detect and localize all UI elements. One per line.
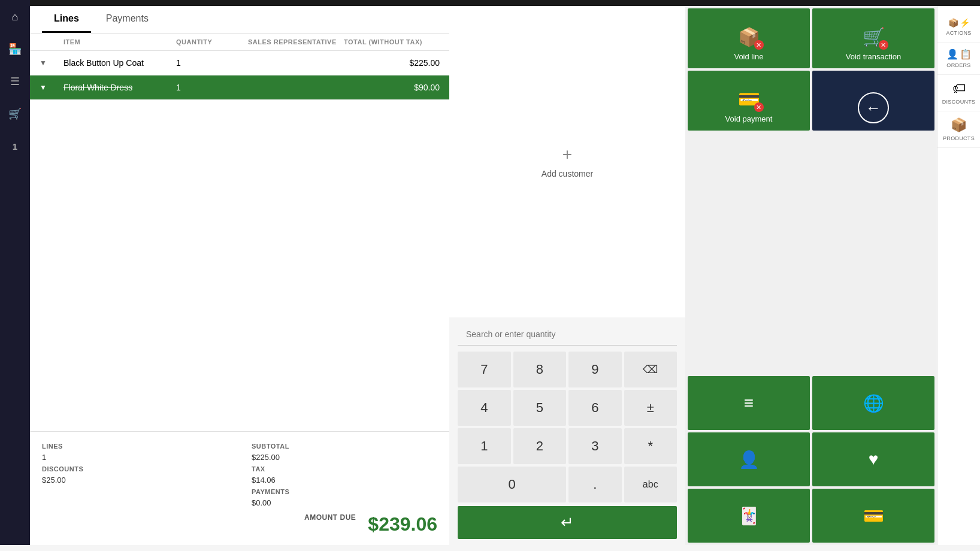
row-total: $90.00 — [344, 83, 440, 92]
numpad-9[interactable]: 9 — [568, 352, 622, 387]
tax-value: $14.06 — [252, 476, 276, 485]
void-payment-tile[interactable]: 💳 ✕ Void payment — [688, 71, 810, 131]
list-icon: 📋 — [960, 49, 972, 60]
lines-value: 1 — [42, 453, 46, 462]
payments-label: PAYMENTS — [252, 488, 289, 495]
sidebar-item-products[interactable]: 📦 PRODUCTS — [937, 111, 980, 148]
top-spacer — [937, 6, 980, 12]
lines-label: LINES — [42, 443, 63, 450]
sidebar-item-menu[interactable]: ☰ — [4, 71, 26, 92]
void-transaction-tile[interactable]: 🛒 ✕ Void transaction — [812, 8, 934, 68]
person-orders-icon: 👤 — [946, 49, 958, 60]
discounts-value: $25.00 — [42, 476, 66, 485]
numpad-4[interactable]: 4 — [458, 390, 511, 426]
numpad-area: 7 8 9 ⌫ 4 5 6 ± 1 2 3 * 0 . a — [449, 317, 685, 545]
discounts-label: DISCOUNTS — [42, 465, 83, 473]
spacer — [685, 133, 937, 374]
numpad-5[interactable]: 5 — [513, 390, 567, 426]
numpad: 7 8 9 ⌫ 4 5 6 ± 1 2 3 * 0 . a — [458, 352, 677, 539]
globe-icon: 🌐 — [863, 393, 884, 413]
sidebar-item-orders[interactable]: 👤 📋 ORDERS — [937, 43, 980, 75]
bottom-action-tiles: ≡ 🌐 👤 ♥ 🃏 💳 — [685, 374, 937, 545]
x-badge-icon2: ✕ — [879, 40, 888, 50]
void-line-tile[interactable]: 📦 ✕ Void line — [688, 8, 810, 68]
numpad-2[interactable]: 2 — [513, 428, 567, 464]
sidebar-item-shop[interactable]: 🏪 — [4, 38, 26, 60]
sidebar-item-home[interactable]: ⌂ — [4, 6, 26, 28]
action-section: 📦 ✕ Void line 🛒 ✕ Void transaction — [685, 6, 937, 545]
box-small-icon: 📦 — [948, 18, 958, 28]
left-panel: Lines Payments ITEM QUANTITY SALES REPRE… — [30, 0, 449, 545]
sidebar-item-cart[interactable]: 🛒 — [4, 103, 26, 125]
percent-tag-icon: 🏷 — [952, 81, 966, 96]
products-icon: 📦 — [951, 117, 967, 133]
discounts-icon: 🏷 — [952, 81, 966, 96]
subtotal-value: $225.00 — [252, 453, 280, 462]
creditcard-icon: 💳 — [863, 506, 884, 526]
numpad-enter[interactable]: ↵ — [458, 506, 677, 539]
void-tiles-grid: 📦 ✕ Void line 🛒 ✕ Void transaction — [685, 6, 937, 133]
x-badge-icon3: ✕ — [754, 102, 764, 112]
numpad-0[interactable]: 0 — [458, 467, 566, 502]
col-sales-rep: SALES REPRESENTATIVE — [248, 38, 344, 46]
numpad-dot[interactable]: . — [568, 467, 622, 502]
row-chevron: ▼ — [40, 83, 63, 92]
col-item: ITEM — [63, 38, 176, 46]
row-item-name: Black Button Up Coat — [63, 58, 176, 68]
back-tile[interactable]: ← — [812, 71, 934, 131]
col-expand — [40, 38, 63, 46]
tabs-area: Lines Payments — [30, 6, 449, 34]
sidebar-item-number[interactable]: 1 — [4, 135, 26, 157]
void-payment-icon: 💳 ✕ — [738, 89, 760, 110]
order-table: ITEM QUANTITY SALES REPRESENTATIVE TOTAL… — [30, 34, 449, 431]
payments-value: $0.00 — [252, 498, 271, 507]
discounts-label: DISCOUNTS — [942, 99, 976, 105]
sidebar-item-actions[interactable]: 📦 ⚡ ACTIONS — [937, 12, 980, 43]
table-row[interactable]: ▼ Floral White Dress 1 $90.00 — [30, 75, 449, 100]
void-line-label: Void line — [734, 52, 763, 61]
numpad-abc[interactable]: abc — [624, 467, 677, 502]
left-nav-sidebar: ⌂ 🏪 ☰ 🛒 1 — [0, 0, 30, 545]
orders-label: ORDERS — [946, 62, 970, 68]
tile-heart[interactable]: ♥ — [812, 432, 934, 486]
add-customer-button[interactable]: + Add customer — [542, 145, 593, 178]
tab-lines[interactable]: Lines — [42, 6, 91, 33]
table-row[interactable]: ▼ Black Button Up Coat 1 $225.00 — [30, 51, 449, 75]
tile-person[interactable]: 👤 — [688, 432, 810, 486]
row-total: $225.00 — [344, 58, 440, 68]
search-quantity-input[interactable] — [458, 323, 677, 346]
x-badge-icon: ✕ — [754, 40, 764, 50]
cards-icon: 🃏 — [739, 506, 760, 526]
tile-cards[interactable]: 🃏 — [688, 489, 810, 543]
customer-area: + Add customer — [449, 6, 685, 317]
numpad-7[interactable]: 7 — [458, 352, 511, 387]
heart-icon: ♥ — [869, 450, 879, 469]
col-total: TOTAL (WITHOUT TAX) — [344, 38, 440, 46]
numpad-6[interactable]: 6 — [568, 390, 622, 426]
numpad-3[interactable]: 3 — [568, 428, 622, 464]
void-payment-label: Void payment — [725, 114, 773, 123]
col-quantity: QUANTITY — [176, 38, 248, 46]
tax-label: TAX — [252, 465, 265, 473]
subtotal-label: SUBTOTAL — [252, 443, 289, 450]
tab-payments[interactable]: Payments — [94, 6, 161, 33]
amount-due-value: $239.06 — [368, 513, 437, 535]
numpad-plusminus[interactable]: ± — [624, 390, 677, 426]
numpad-8[interactable]: 8 — [513, 352, 567, 387]
equal-icon: ≡ — [744, 393, 754, 413]
center-column: + Add customer 7 8 9 ⌫ 4 5 6 — [449, 6, 685, 545]
numpad-multiply[interactable]: * — [624, 428, 677, 464]
void-transaction-icon: 🛒 ✕ — [863, 26, 885, 47]
tile-globe[interactable]: 🌐 — [812, 376, 934, 430]
tile-equal[interactable]: ≡ — [688, 376, 810, 430]
numpad-1[interactable]: 1 — [458, 428, 511, 464]
sidebar-item-discounts[interactable]: 🏷 DISCOUNTS — [937, 75, 980, 111]
center-section: + Add customer 7 8 9 ⌫ 4 5 6 — [449, 0, 980, 545]
summary-footer: LINES SUBTOTAL 1 $225.00 DISCOUNTS TAX — [30, 431, 449, 545]
plus-icon: + — [562, 145, 572, 164]
numpad-backspace[interactable]: ⌫ — [624, 352, 677, 387]
top-bar-right — [449, 0, 980, 6]
box-products-icon: 📦 — [951, 117, 967, 132]
row-chevron: ▼ — [40, 59, 63, 67]
tile-creditcard[interactable]: 💳 — [812, 489, 934, 543]
